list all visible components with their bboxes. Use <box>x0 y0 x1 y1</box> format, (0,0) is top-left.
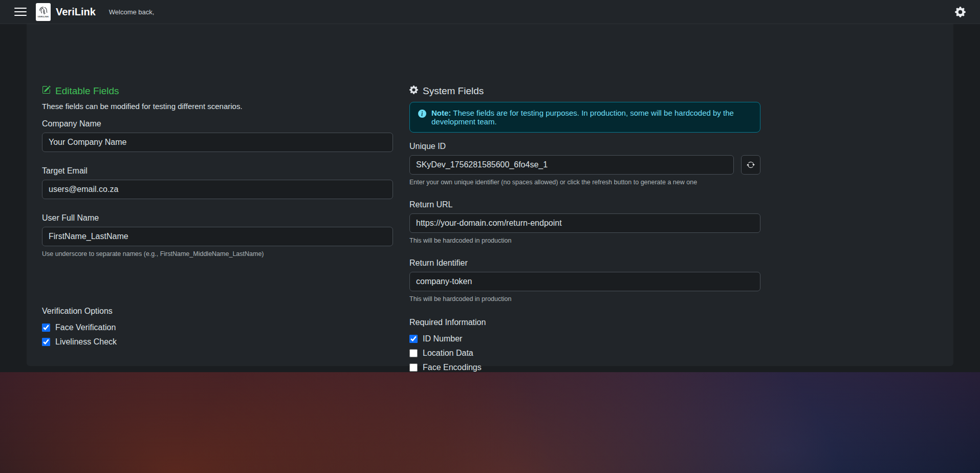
company-name-field-group: Company Name <box>42 119 393 152</box>
location-data-checkbox-row[interactable]: Location Data <box>409 349 473 358</box>
note-text: Note: These fields are for testing purpo… <box>431 109 752 126</box>
return-url-help: This will be hardcoded in production <box>409 237 760 244</box>
company-name-label: Company Name <box>42 119 393 128</box>
info-icon <box>418 110 426 118</box>
system-fields-title: System Fields <box>423 85 484 97</box>
verification-options-heading: Verification Options <box>42 307 393 316</box>
editable-fields-title: Editable Fields <box>55 85 119 97</box>
company-name-input[interactable] <box>42 133 393 152</box>
menu-icon[interactable] <box>14 5 27 18</box>
return-identifier-label: Return Identifier <box>409 259 760 268</box>
user-full-name-field-group: User Full Name Use underscore to separat… <box>42 213 393 257</box>
user-full-name-label: User Full Name <box>42 213 393 223</box>
id-number-checkbox[interactable] <box>409 335 418 343</box>
face-verification-checkbox-row[interactable]: Face Verification <box>42 323 116 332</box>
top-navbar: VERILINK VeriLink Welcome back, <box>0 0 980 24</box>
unique-id-label: Unique ID <box>409 142 760 151</box>
system-fields-heading: System Fields <box>409 85 760 97</box>
note-body: These fields are for testing purposes. I… <box>431 109 734 126</box>
face-verification-label: Face Verification <box>55 323 116 332</box>
edit-pencil-icon <box>42 85 51 97</box>
editable-fields-heading: Editable Fields <box>42 85 393 97</box>
unique-id-input[interactable] <box>409 155 734 175</box>
note-strong: Note: <box>431 109 451 117</box>
liveliness-check-checkbox-row[interactable]: Liveliness Check <box>42 337 117 347</box>
liveliness-check-label: Liveliness Check <box>55 337 117 347</box>
fingerprint-icon <box>38 6 48 15</box>
desktop-wallpaper: VERILINK VeriLink Welcome back, <box>0 0 980 473</box>
face-verification-checkbox[interactable] <box>42 324 50 332</box>
return-identifier-input[interactable] <box>409 272 760 291</box>
face-encodings-checkbox-row[interactable]: Face Encodings <box>409 363 482 372</box>
target-email-label: Target Email <box>42 166 393 176</box>
face-encodings-checkbox[interactable] <box>409 363 418 372</box>
regenerate-id-button[interactable] <box>741 155 760 175</box>
welcome-text: Welcome back, <box>109 8 155 16</box>
editable-fields-section: Editable Fields These fields can be modi… <box>42 85 393 377</box>
content-card: Editable Fields These fields can be modi… <box>27 24 953 366</box>
brand-name: VeriLink <box>56 6 96 18</box>
settings-gear-icon[interactable] <box>955 7 966 17</box>
face-encodings-label: Face Encodings <box>423 363 482 372</box>
app-window: VERILINK VeriLink Welcome back, <box>0 0 980 372</box>
location-data-label: Location Data <box>423 349 473 358</box>
id-number-checkbox-row[interactable]: ID Number <box>409 334 462 343</box>
system-fields-note-alert: Note: These fields are for testing purpo… <box>409 102 760 133</box>
user-full-name-help: Use underscore to separate names (e.g., … <box>42 250 393 257</box>
verilink-logo: VERILINK <box>36 3 51 21</box>
required-information-group: Required Information ID Number Location … <box>409 318 760 372</box>
return-url-input[interactable] <box>409 213 760 233</box>
target-email-field-group: Target Email <box>42 166 393 199</box>
system-gear-icon <box>409 85 418 97</box>
required-information-heading: Required Information <box>409 318 760 327</box>
refresh-icon <box>747 161 755 169</box>
location-data-checkbox[interactable] <box>409 349 418 357</box>
target-email-input[interactable] <box>42 180 393 199</box>
logo-wordmark: VERILINK <box>38 15 49 18</box>
unique-id-help: Enter your own unique identifier (no spa… <box>409 179 760 186</box>
editable-fields-description: These fields can be modified for testing… <box>42 102 393 111</box>
unique-id-field-group: Unique ID Enter your own unique identifi… <box>409 142 760 186</box>
return-url-field-group: Return URL This will be hardcoded in pro… <box>409 200 760 244</box>
user-full-name-input[interactable] <box>42 227 393 246</box>
return-identifier-field-group: Return Identifier This will be hardcoded… <box>409 259 760 303</box>
liveliness-check-checkbox[interactable] <box>42 338 50 346</box>
verification-options-group: Verification Options Face Verification L… <box>42 307 393 347</box>
id-number-label: ID Number <box>423 334 462 343</box>
system-fields-section: System Fields Note: These fields are for… <box>409 85 760 377</box>
return-url-label: Return URL <box>409 200 760 209</box>
return-identifier-help: This will be hardcoded in production <box>409 295 760 303</box>
